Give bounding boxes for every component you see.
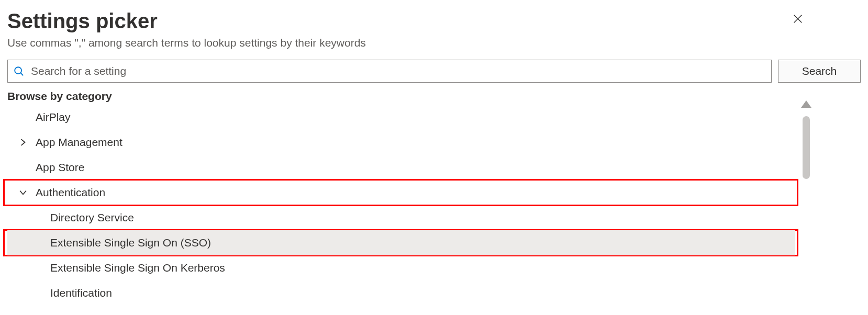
category-app-store[interactable]: App Store [7, 155, 795, 180]
category-tree: AirPlay App Management App Store Authent… [7, 105, 795, 306]
browse-by-category-label: Browse by category [7, 90, 861, 103]
scrollbar[interactable] [801, 100, 811, 179]
subcategory-extensible-sso-kerberos[interactable]: Extensible Single Sign On Kerberos [7, 255, 795, 280]
search-row: Search [7, 60, 861, 83]
page-subtitle: Use commas "," among search terms to loo… [7, 37, 861, 49]
category-authentication[interactable]: Authentication [7, 180, 795, 205]
search-icon [13, 65, 25, 77]
search-button[interactable]: Search [778, 60, 861, 83]
close-icon [792, 13, 804, 25]
category-app-management[interactable]: App Management [7, 130, 795, 155]
svg-point-2 [15, 67, 21, 74]
category-label: AirPlay [36, 111, 71, 123]
category-airplay[interactable]: AirPlay [7, 105, 795, 130]
settings-picker-panel: Settings picker Use commas "," among sea… [0, 0, 868, 306]
subcategory-directory-service[interactable]: Directory Service [7, 205, 795, 230]
search-input[interactable] [31, 65, 766, 77]
category-label: App Store [36, 161, 84, 174]
subcategory-label: Extensible Single Sign On Kerberos [50, 262, 225, 274]
page-title: Settings picker [7, 8, 861, 33]
subcategory-extensible-sso[interactable]: Extensible Single Sign On (SSO) [7, 230, 795, 255]
subcategory-identification[interactable]: Identification [7, 280, 795, 306]
chevron-right-icon [18, 139, 28, 146]
search-box[interactable] [7, 60, 772, 83]
subcategory-label: Extensible Single Sign On (SSO) [50, 237, 211, 249]
category-label: App Management [36, 136, 123, 149]
svg-line-3 [20, 73, 23, 75]
chevron-down-icon [18, 189, 28, 196]
scroll-thumb[interactable] [803, 116, 810, 179]
close-button[interactable] [791, 12, 805, 26]
subcategory-label: Directory Service [50, 211, 134, 224]
subcategory-label: Identification [50, 287, 112, 299]
category-label: Authentication [36, 186, 105, 199]
scroll-up-arrow-icon[interactable] [801, 100, 811, 108]
